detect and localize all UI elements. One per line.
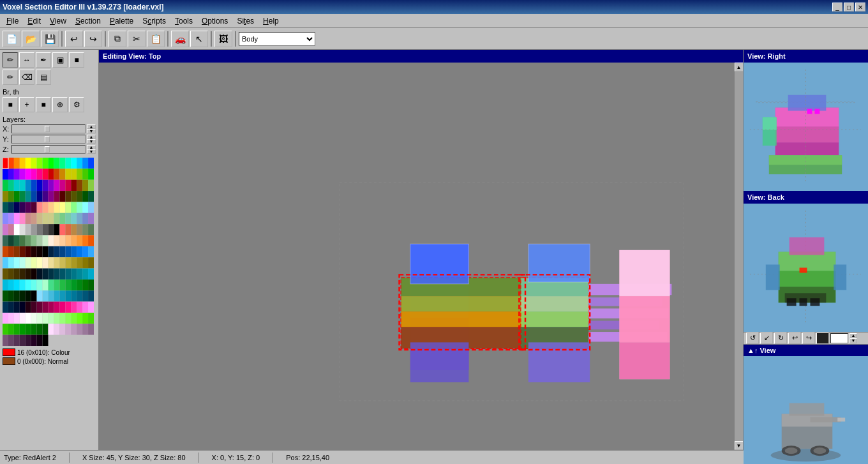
paste-button[interactable]: 📋 [147, 31, 165, 47]
status-div-1 [69, 453, 70, 463]
z-arrows: ▲ ▼ [87, 145, 96, 154]
menu-edit[interactable]: Edit [24, 15, 45, 27]
zoom-input[interactable]: 10 [830, 333, 848, 343]
secondary-color-swatch[interactable] [3, 357, 15, 365]
brush-size-row: ■ + ■ ⊕ ⚙ [3, 97, 96, 112]
svg-rect-55 [766, 264, 780, 290]
svg-rect-65 [789, 403, 825, 415]
cut-button[interactable]: ✂ [128, 31, 146, 47]
y-slider[interactable] [11, 135, 86, 144]
z-slider-row: Z: ▲ ▼ [3, 145, 96, 154]
status-type: Type: RedAlert 2 [4, 454, 56, 461]
menu-palette[interactable]: Palette [106, 15, 137, 27]
separator-4 [211, 31, 212, 47]
zoom-up[interactable]: ▲ [849, 333, 857, 338]
redo-button[interactable]: ↪ [84, 31, 102, 47]
render-button[interactable]: 🖼 [214, 31, 232, 47]
rt-btn-4[interactable]: ↩ [788, 333, 801, 344]
undo-button[interactable]: ↩ [65, 31, 83, 47]
view-back-canvas[interactable] [744, 204, 868, 332]
x-slider[interactable] [11, 124, 86, 133]
y-label: Y: [3, 135, 10, 143]
svg-rect-31 [528, 342, 590, 382]
y-slider-row: Y: ▲ ▼ [3, 135, 96, 144]
fill-tool[interactable]: ✒ [36, 52, 51, 68]
third-view-svg [744, 356, 868, 464]
cursor-button[interactable]: ↖ [190, 31, 208, 47]
svg-rect-56 [834, 264, 846, 290]
svg-rect-28 [528, 244, 590, 282]
body-select[interactable]: Body Turret Barrel [239, 32, 315, 46]
svg-rect-44 [807, 109, 812, 114]
new-button[interactable]: 📄 [3, 31, 20, 47]
open-button[interactable]: 📂 [22, 31, 40, 47]
rt-btn-5[interactable]: ↪ [802, 333, 815, 344]
size-custom[interactable]: ⚙ [69, 97, 84, 112]
x-up[interactable]: ▲ [87, 124, 96, 129]
svg-rect-37 [775, 126, 839, 142]
rt-btn-1[interactable]: ↺ [746, 333, 759, 344]
rt-btn-2[interactable]: ↙ [760, 333, 773, 344]
menu-options[interactable]: Options [198, 15, 232, 27]
pattern-mode[interactable]: ▤ [36, 70, 51, 85]
z-label: Z: [3, 146, 10, 153]
menu-file[interactable]: File [3, 15, 22, 27]
editing-view-title: Editing View: Top [103, 52, 161, 60]
third-view-canvas[interactable] [744, 356, 868, 464]
draw-mode[interactable]: ✏ [3, 70, 18, 85]
erase-mode[interactable]: ⌫ [19, 70, 34, 85]
primary-color-label: 16 (0x010): Colour [17, 349, 70, 356]
rt-btn-3[interactable]: ↻ [774, 333, 787, 344]
voxel-svg [99, 63, 734, 450]
window-controls: _ □ ✕ [832, 3, 865, 11]
svg-rect-41 [788, 95, 827, 111]
right-view-svg [744, 63, 868, 191]
svg-rect-25 [619, 342, 670, 379]
car-button[interactable]: 🚗 [171, 31, 189, 47]
size-medium[interactable]: ■ [36, 97, 51, 112]
palette-canvas[interactable] [3, 158, 94, 346]
z-slider[interactable] [11, 145, 86, 154]
menu-sites[interactable]: Sites [233, 15, 258, 27]
scroll-up[interactable]: ▲ [735, 63, 744, 71]
svg-rect-15 [521, 311, 588, 327]
menu-view[interactable]: View [46, 15, 70, 27]
menu-scripts[interactable]: Scripts [138, 15, 170, 27]
separator-1 [61, 31, 63, 47]
editing-canvas[interactable] [99, 63, 734, 450]
menu-help[interactable]: Help [259, 15, 283, 27]
z-up[interactable]: ▲ [87, 145, 96, 149]
vertical-scrollbar[interactable]: ▲ ▼ [734, 63, 743, 450]
size-large[interactable]: ⊕ [52, 97, 68, 112]
y-down[interactable]: ▼ [87, 139, 96, 144]
minimize-button[interactable]: _ [832, 3, 842, 11]
rt-color-btn[interactable] [816, 333, 829, 344]
copy-button[interactable]: ⧉ [108, 31, 126, 47]
menu-section[interactable]: Section [71, 15, 105, 27]
scroll-down[interactable]: ▼ [735, 441, 744, 450]
z-down[interactable]: ▼ [87, 149, 96, 154]
third-view-title: ▲↑ View [747, 347, 775, 354]
svg-rect-30 [410, 342, 469, 382]
close-button[interactable]: ✕ [855, 3, 865, 11]
size-square[interactable]: ■ [3, 97, 18, 112]
save-button[interactable]: 💾 [41, 31, 59, 47]
zoom-down[interactable]: ▼ [849, 338, 857, 343]
maximize-button[interactable]: □ [844, 3, 854, 11]
size-cross[interactable]: + [19, 97, 34, 112]
y-up[interactable]: ▲ [87, 135, 96, 139]
x-down[interactable]: ▼ [87, 129, 96, 133]
color-palette[interactable] [3, 158, 94, 346]
primary-color-swatch[interactable] [3, 348, 15, 356]
rect-tool[interactable]: ▣ [52, 52, 68, 68]
svg-rect-9 [401, 311, 524, 327]
pencil-tool[interactable]: ✏ [3, 52, 18, 68]
select-tool[interactable]: ↔ [19, 52, 34, 68]
solid-tool[interactable]: ■ [69, 52, 84, 68]
status-pos: X: 0, Y: 15, Z: 0 [212, 454, 260, 461]
svg-rect-70 [810, 417, 841, 422]
view-right-canvas[interactable] [744, 63, 868, 191]
editing-view-header: Editing View: Top [99, 50, 743, 63]
menu-tools[interactable]: Tools [171, 15, 197, 27]
scroll-track[interactable] [735, 71, 743, 441]
